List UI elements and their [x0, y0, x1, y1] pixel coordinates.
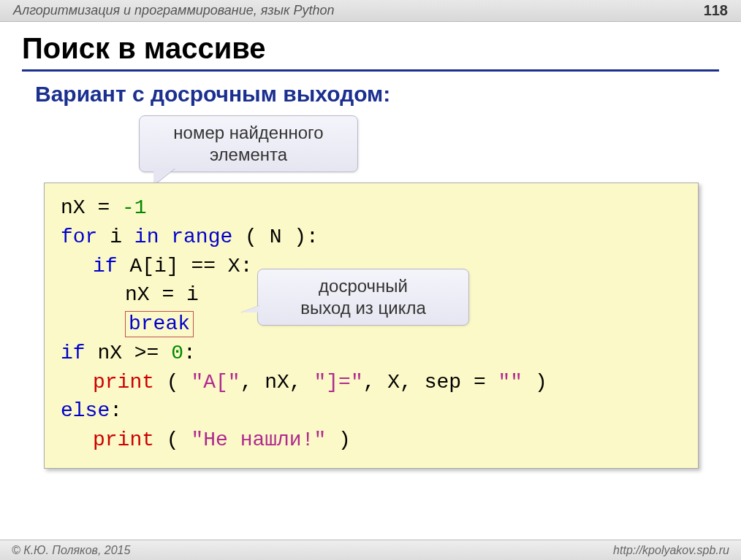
callout-found-index: номер найденного элемента [139, 115, 358, 172]
header-bar: Алгоритмизация и программирование, язык … [0, 0, 741, 22]
course-title: Алгоритмизация и программирование, язык … [13, 3, 334, 18]
callout-tail-icon [241, 305, 260, 312]
code-line: nX = -1 [61, 193, 682, 223]
code-line: print ( "A[", nX, "]=", X, sep = "" ) [61, 368, 682, 397]
break-highlight: break [125, 311, 194, 337]
code-line: if nX >= 0: [61, 339, 682, 368]
page-number: 118 [704, 2, 728, 19]
code-line: for i in range ( N ): [61, 223, 682, 252]
copyright-text: © К.Ю. Поляков, 2015 [12, 544, 130, 557]
footer-bar: © К.Ю. Поляков, 2015 http://kpolyakov.sp… [0, 540, 741, 560]
code-line: else: [61, 396, 682, 426]
footer-url: http://kpolyakov.spb.ru [613, 544, 729, 557]
callout-early-exit: досрочный выход из цикла [257, 269, 469, 326]
slide-body: Поиск в массиве Вариант с досрочным выхо… [0, 22, 741, 524]
slide-subtitle: Вариант с досрочным выходом: [22, 72, 719, 115]
slide-title: Поиск в массиве [22, 22, 719, 72]
code-line: print ( "Не нашли!" ) [61, 426, 682, 455]
content-area: номер найденного элемента nX = -1 for i … [22, 115, 719, 524]
